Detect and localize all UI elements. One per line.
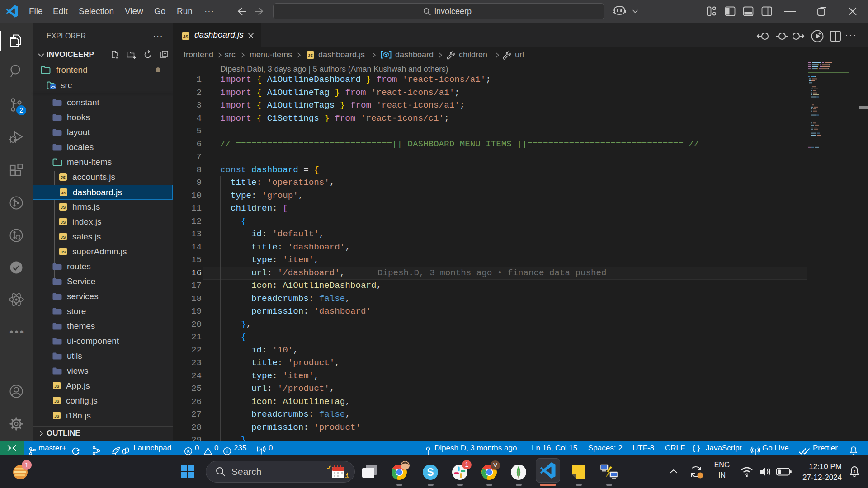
svg-text:JS: JS	[61, 235, 66, 239]
svg-text:JS: JS	[54, 384, 60, 389]
svg-text:JS: JS	[61, 220, 66, 225]
svg-text:<>: <>	[51, 85, 56, 89]
svg-text:JS: JS	[61, 205, 66, 210]
svg-text:JS: JS	[308, 53, 313, 58]
svg-text:S: S	[427, 466, 434, 478]
svg-text:z: z	[854, 469, 856, 474]
svg-text:JS: JS	[54, 413, 60, 418]
svg-text:JS: JS	[61, 175, 66, 180]
svg-text:JS: JS	[61, 249, 66, 254]
svg-text:JS: JS	[61, 190, 66, 195]
svg-text:JS: JS	[183, 34, 189, 39]
svg-text:JS: JS	[54, 399, 60, 404]
